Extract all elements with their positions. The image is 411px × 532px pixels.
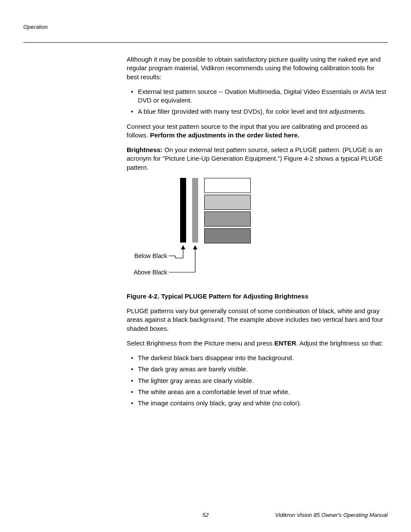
adjust-list: The darkest black bars disappear into th… [127, 354, 388, 408]
list-item: The dark gray areas are barely visible. [127, 365, 388, 373]
connect-emphasis: Perform the adjustments in the order lis… [150, 131, 299, 139]
enter-key: ENTER [274, 339, 296, 347]
pluge-description: PLUGE patterns vary but generally consis… [127, 307, 388, 333]
select-post-text: . Adjust the brightness so that: [296, 339, 383, 347]
select-pre-text: Select Brightness from the Picture menu … [127, 339, 274, 347]
pluge-figure: Below Black Above Black [127, 178, 388, 288]
list-item: The white areas are a comfortable level … [127, 388, 388, 396]
select-brightness-paragraph: Select Brightness from the Picture menu … [127, 339, 388, 348]
section-title: Operation [23, 24, 48, 30]
brightness-text: On your external test pattern source, se… [127, 146, 383, 171]
svg-marker-0 [181, 245, 185, 249]
list-item: A blue filter (provided with many test D… [127, 107, 388, 116]
header-divider [23, 42, 388, 43]
manual-title: Vidikron Vision 85 Owner's Operating Man… [275, 511, 388, 519]
connect-paragraph: Connect your test pattern source to the … [127, 122, 388, 140]
list-item: The lighter gray areas are clearly visib… [127, 376, 388, 385]
list-item: External test pattern source -- Ovation … [127, 87, 388, 105]
page-header: Operation [23, 23, 48, 31]
list-item: The darkest black bars disappear into th… [127, 354, 388, 362]
arrow-diagram [127, 178, 256, 286]
list-item: The image contains only black, gray and … [127, 399, 388, 408]
figure-caption: Figure 4-2. Typical PLUGE Pattern for Ad… [127, 292, 388, 301]
brightness-label: Brightness: [127, 146, 165, 153]
tools-list: External test pattern source -- Ovation … [127, 87, 388, 116]
page-content: Although it may be possible to obtain sa… [127, 55, 388, 414]
intro-paragraph: Although it may be possible to obtain sa… [127, 55, 388, 81]
brightness-paragraph: Brightness: On your external test patter… [127, 146, 388, 172]
svg-marker-5 [193, 245, 197, 249]
